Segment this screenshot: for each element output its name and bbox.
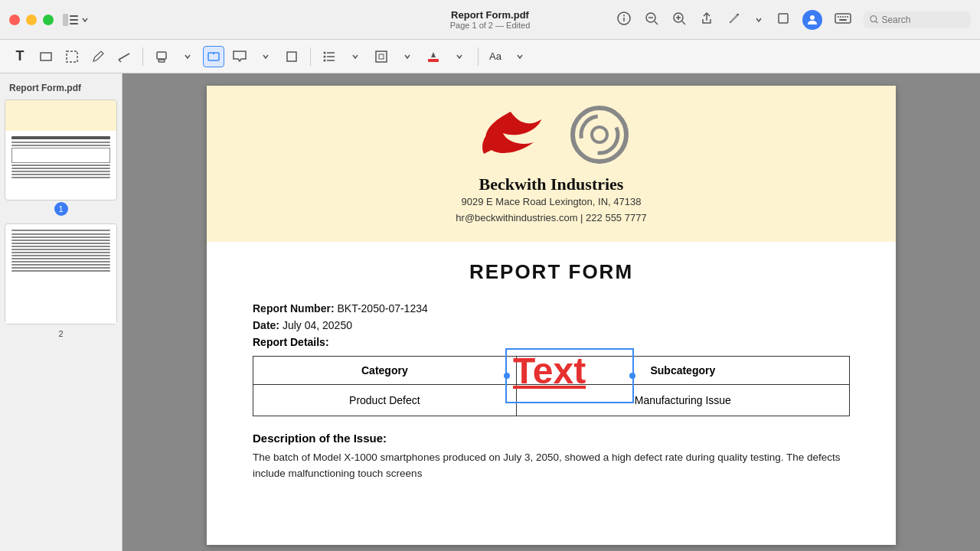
- maximize-button[interactable]: [43, 15, 54, 25]
- account-icon[interactable]: [802, 10, 822, 30]
- annotation-toolbar: T: [0, 40, 980, 73]
- list-dropdown[interactable]: [345, 46, 366, 67]
- share-icon[interactable]: [698, 10, 715, 30]
- svg-point-6: [623, 15, 625, 16]
- search-box[interactable]: [864, 11, 971, 28]
- company-name: Beckwith Industries: [237, 174, 865, 194]
- table-header-category: Category: [253, 356, 517, 384]
- page-2-thumbnail[interactable]: 2: [5, 223, 117, 324]
- svg-rect-27: [67, 51, 77, 62]
- toolbar-separator-3: [478, 47, 479, 66]
- svg-point-16: [810, 15, 815, 20]
- text-tool-button[interactable]: T: [9, 46, 31, 67]
- keyboard-icon[interactable]: [833, 11, 853, 28]
- svg-rect-42: [379, 54, 384, 59]
- top-right-icons: [616, 10, 971, 30]
- crop-icon[interactable]: [775, 10, 792, 30]
- border-button[interactable]: [371, 46, 392, 67]
- svg-point-38: [324, 51, 326, 54]
- chevron-down-icon: [81, 16, 89, 24]
- title-bar: Report Form.pdf Page 1 of 2 — Edited: [0, 0, 980, 40]
- close-button[interactable]: [9, 15, 20, 25]
- callout-button[interactable]: [229, 46, 250, 67]
- svg-rect-15: [779, 14, 788, 23]
- svg-rect-41: [376, 51, 387, 62]
- svg-line-25: [876, 21, 878, 24]
- area-select-button[interactable]: [61, 46, 83, 67]
- svg-rect-17: [835, 14, 851, 23]
- table-cell-category: Product Defect: [253, 384, 517, 416]
- annotation-text[interactable]: Text: [507, 350, 632, 393]
- pdf-area: Beckwith Industries 9029 E Mace Road Lex…: [122, 73, 980, 551]
- report-number-label: Report Number:: [253, 302, 335, 315]
- svg-rect-3: [70, 23, 78, 24]
- date-field: Date: July 04, 20250: [253, 319, 850, 331]
- callout-dropdown[interactable]: [255, 46, 276, 67]
- text-annotation[interactable]: Text: [505, 348, 634, 403]
- list-button[interactable]: [318, 46, 340, 67]
- chevron-icon[interactable]: [753, 11, 764, 28]
- sidebar-title: Report Form.pdf: [5, 80, 117, 99]
- arrow-logo: [472, 104, 557, 165]
- stamp-button[interactable]: [151, 46, 172, 67]
- search-input[interactable]: [881, 15, 965, 25]
- document-title: Report Form.pdf Page 1 of 2 — Edited: [450, 9, 531, 30]
- stamp-dropdown[interactable]: [177, 46, 198, 67]
- svg-rect-43: [428, 59, 439, 62]
- page-2-badge: 2: [58, 329, 63, 338]
- svg-rect-0: [63, 14, 68, 26]
- date-label: Date:: [253, 319, 279, 331]
- traffic-lights: [9, 15, 54, 25]
- table-container: Text Category Subcategory Product Defect: [253, 356, 850, 416]
- sidebar: Report Form.pdf: [0, 73, 122, 551]
- border-dropdown[interactable]: [397, 46, 418, 67]
- description-text: The batch of Model X-1000 smartphones pr…: [253, 449, 850, 482]
- circle-logo: [569, 104, 630, 165]
- company-contact: hr@beckwithindustries.com | 222 555 7777: [237, 210, 865, 227]
- minimize-button[interactable]: [26, 15, 37, 25]
- svg-line-29: [119, 60, 121, 62]
- page-1-thumbnail[interactable]: 1: [5, 99, 117, 201]
- svg-point-24: [871, 16, 877, 22]
- svg-line-28: [119, 54, 129, 60]
- svg-line-8: [655, 21, 658, 24]
- color-button[interactable]: [423, 46, 444, 67]
- description-label: Description of the Issue:: [253, 432, 850, 445]
- report-details-label: Report Details:: [253, 336, 850, 348]
- main-area: Report Form.pdf: [0, 73, 980, 551]
- svg-rect-26: [41, 53, 51, 60]
- svg-rect-1: [70, 15, 78, 17]
- logo-area: [237, 104, 865, 165]
- pdf-page: Beckwith Industries 9029 E Mace Road Lex…: [207, 86, 896, 545]
- markup-icon[interactable]: [726, 10, 743, 30]
- annotation-handle-right[interactable]: [629, 373, 635, 379]
- toolbar-separator-2: [310, 47, 311, 66]
- search-icon: [870, 15, 878, 24]
- report-title: REPORT FORM: [253, 260, 850, 284]
- svg-point-46: [592, 127, 607, 142]
- svg-point-39: [324, 55, 326, 57]
- page-1-badge: 1: [54, 202, 68, 216]
- strikethrough-button[interactable]: [113, 46, 135, 67]
- textbox-button[interactable]: [203, 46, 224, 67]
- svg-rect-30: [157, 52, 166, 59]
- svg-rect-34: [287, 52, 296, 61]
- toolbar-separator-1: [142, 47, 143, 66]
- font-dropdown[interactable]: [509, 46, 531, 67]
- shape-button[interactable]: [281, 46, 302, 67]
- pdf-header: Beckwith Industries 9029 E Mace Road Lex…: [207, 86, 896, 242]
- svg-point-45: [581, 116, 618, 153]
- date-value: July 04, 20250: [283, 319, 352, 331]
- font-button[interactable]: Aa: [486, 46, 505, 67]
- rect-select-button[interactable]: [35, 46, 57, 67]
- svg-point-40: [324, 59, 326, 61]
- zoom-in-icon[interactable]: [671, 10, 688, 30]
- sidebar-toggle-button[interactable]: [63, 14, 89, 26]
- pdf-body: REPORT FORM Report Number: BKT-2050-07-1…: [207, 242, 896, 500]
- pen-button[interactable]: [87, 46, 109, 67]
- color-dropdown[interactable]: [449, 46, 470, 67]
- zoom-out-icon[interactable]: [643, 10, 660, 30]
- annotation-handle-left[interactable]: [504, 373, 510, 379]
- report-number-field: Report Number: BKT-2050-07-1234: [253, 302, 850, 315]
- info-icon[interactable]: [616, 10, 632, 30]
